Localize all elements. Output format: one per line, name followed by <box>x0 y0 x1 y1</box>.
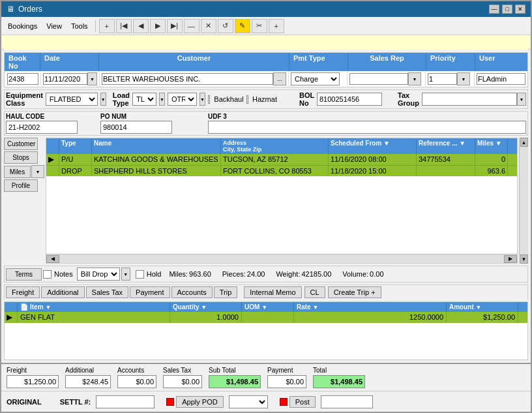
stop1-miles: 0 <box>475 154 508 165</box>
priority-dropdown[interactable]: ▼ <box>457 72 470 85</box>
backhaul-label: Backhaul <box>214 95 243 103</box>
stop-row-1[interactable]: ▶ P/U KATCHINA GOODS & WAREHOUSES TUCSON… <box>46 154 517 165</box>
maximize-button[interactable]: □ <box>502 5 512 14</box>
tab-accounts[interactable]: Accounts <box>171 286 213 298</box>
freight-grid: 📄 Item ▼ Quantity ▼ UOM ▼ Rate ▼ Amount … <box>4 301 528 360</box>
backhaul-checkbox[interactable] <box>208 95 210 104</box>
po-num-field[interactable] <box>100 121 172 134</box>
stops-scrollbar-v[interactable]: ▲ ▼ <box>519 138 528 264</box>
tab-additional[interactable]: Additional <box>41 286 84 298</box>
tab-payment[interactable]: Payment <box>130 286 170 298</box>
header-pmt-type: Pmt Type <box>289 53 348 71</box>
udf3-field[interactable] <box>208 121 526 134</box>
volume-label: Volume: <box>342 270 368 278</box>
profile-side-btn[interactable]: Profile <box>4 179 38 192</box>
summary-payment-value[interactable] <box>267 375 306 388</box>
customer-side-btn[interactable]: Customer <box>4 138 38 150</box>
search-input[interactable] <box>4 37 528 50</box>
toolbar-refresh[interactable]: ↺ <box>218 19 233 33</box>
toolbar-next[interactable]: ▶ <box>150 19 166 33</box>
scroll-right-btn[interactable]: ▶ <box>504 255 517 263</box>
user-field[interactable] <box>477 73 525 85</box>
apply-pod-btn[interactable]: Apply POD <box>176 396 223 408</box>
toolbar-add[interactable]: + <box>99 19 115 33</box>
load-type-2[interactable]: OTR <box>168 93 197 106</box>
freight-data-row-1[interactable]: ▶ GEN FLAT 1.0000 1250.0000 $1,250.00 <box>5 312 527 323</box>
haul-code-field[interactable] <box>6 121 78 134</box>
tab-trip[interactable]: Trip <box>214 286 238 298</box>
priority-field[interactable] <box>428 73 457 85</box>
toolbar-cancel[interactable]: ✕ <box>201 19 216 33</box>
cl-btn[interactable]: CL <box>304 286 325 298</box>
summary-additional-value[interactable] <box>65 375 111 388</box>
bill-drop-select[interactable]: Bill Drop <box>77 268 120 281</box>
book-no-field[interactable] <box>7 73 38 85</box>
summary-sales-tax-value[interactable] <box>163 375 202 388</box>
sales-rep-field[interactable] <box>349 73 408 85</box>
settl-field[interactable] <box>96 395 155 408</box>
internal-memo-btn[interactable]: Internal Memo <box>244 286 301 298</box>
equipment-class-select[interactable]: FLATBED <box>46 93 98 106</box>
post-field[interactable] <box>321 395 373 408</box>
weight-label: Weight: <box>276 270 300 278</box>
hazmat-checkbox[interactable] <box>246 95 248 104</box>
bill-drop-btn[interactable]: ▼ <box>121 268 130 281</box>
menu-view[interactable]: View <box>42 21 66 31</box>
notes-checkbox[interactable] <box>43 270 52 279</box>
minimize-button[interactable]: — <box>489 5 499 14</box>
freight-col-arrow <box>5 302 18 312</box>
header-sales-rep: Sales Rep <box>348 53 426 71</box>
summary-sub-total-value[interactable] <box>209 375 261 388</box>
window-icon: 🖥 <box>7 5 14 14</box>
hold-checkbox[interactable] <box>136 270 144 279</box>
load-type-1[interactable]: TL <box>132 93 156 106</box>
tax-group-field[interactable] <box>422 93 517 106</box>
title-bar: 🖥 Orders — □ ✕ <box>1 1 531 17</box>
miles-dropdown-btn[interactable]: ▼ <box>31 165 44 178</box>
close-button[interactable]: ✕ <box>515 5 525 14</box>
equipment-class-btn[interactable]: ▼ <box>100 93 106 106</box>
tab-sales-tax[interactable]: Sales Tax <box>86 286 129 298</box>
load-type-1-btn[interactable]: ▼ <box>159 93 165 106</box>
summary-freight-value[interactable] <box>7 375 59 388</box>
toolbar-prev[interactable]: ◀ <box>133 19 149 33</box>
menu-tools[interactable]: Tools <box>67 21 92 31</box>
customer-search-btn[interactable]: ... <box>273 72 286 85</box>
toolbar-plus2[interactable]: + <box>269 19 284 33</box>
bol-field[interactable] <box>317 93 382 106</box>
toolbar-last[interactable]: ▶| <box>167 19 183 33</box>
apply-pod-select[interactable] <box>229 395 268 408</box>
date-dropdown-btn[interactable]: ▼ <box>87 72 97 85</box>
customer-field[interactable] <box>102 73 273 85</box>
date-field[interactable] <box>43 73 87 85</box>
scroll-left-btn[interactable]: ◀ <box>46 255 59 263</box>
summary-total-value[interactable] <box>313 375 365 388</box>
pmt-type-select[interactable]: Charge <box>291 72 340 85</box>
sales-rep-dropdown[interactable]: ▼ <box>408 72 421 85</box>
miles-side-btn[interactable]: Miles <box>4 166 31 178</box>
post-btn[interactable]: Post <box>289 396 316 408</box>
summary-freight: Freight <box>7 367 59 388</box>
stop-row-2[interactable]: DROP SHEPHERD HILLS STORES FORT COLLINS,… <box>46 165 517 176</box>
pieces-value: 24.00 <box>247 270 265 278</box>
toolbar-scissors[interactable]: ✂ <box>252 19 267 33</box>
create-trip-btn[interactable]: Create Trip + <box>328 286 381 298</box>
load-type-2-btn[interactable]: ▼ <box>200 93 205 106</box>
summary-accounts-value[interactable] <box>117 375 156 388</box>
middle-section: Customer Stops Miles ▼ Profile Type Name… <box>4 138 528 264</box>
freight-col-quantity: Quantity ▼ <box>170 302 242 312</box>
freight-action-btns: Internal Memo CL Create Trip + <box>244 286 381 298</box>
scroll-up-btn[interactable]: ▲ <box>520 138 528 147</box>
stops-side-btn[interactable]: Stops <box>4 151 38 164</box>
stops-scrollbar-h[interactable]: ◀ ▶ <box>46 254 517 263</box>
tab-freight[interactable]: Freight <box>6 286 40 298</box>
scroll-down-btn[interactable]: ▼ <box>520 254 528 264</box>
haul-row: HAUL CODE PO NUM UDF 3 <box>4 111 528 136</box>
toolbar-delete[interactable]: — <box>184 19 200 33</box>
menu-bookings[interactable]: Bookings <box>4 21 41 31</box>
tax-group-btn[interactable]: ▼ <box>517 93 526 106</box>
toolbar-first[interactable]: |◀ <box>116 19 132 33</box>
summary-payment-label: Payment <box>267 367 306 374</box>
toolbar-edit[interactable]: ✎ <box>235 19 250 33</box>
terms-btn[interactable]: Terms <box>6 268 42 281</box>
